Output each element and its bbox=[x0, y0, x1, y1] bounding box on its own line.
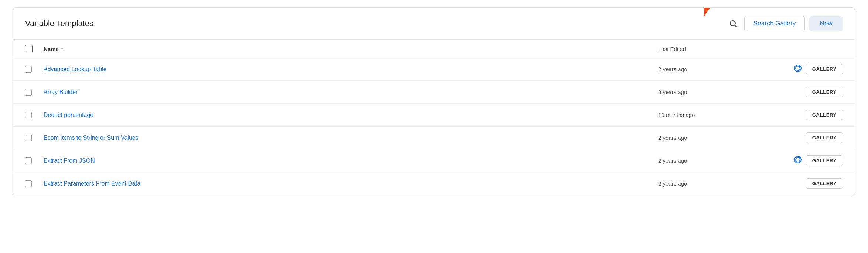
update-icon[interactable] bbox=[793, 155, 802, 166]
row-actions: GALLERY bbox=[769, 155, 843, 166]
table-row: Extract Parameters From Event Data 2 yea… bbox=[13, 172, 855, 195]
gallery-button[interactable]: GALLERY bbox=[806, 155, 843, 166]
row-actions: GALLERY bbox=[769, 87, 843, 97]
row-actions: GALLERY bbox=[769, 132, 843, 143]
row-last-edited: 3 years ago bbox=[658, 89, 769, 95]
gallery-button[interactable]: GALLERY bbox=[806, 110, 843, 120]
sort-arrow-icon: ↑ bbox=[61, 46, 64, 52]
column-last-edited-header: Last Edited bbox=[658, 46, 769, 52]
row-last-edited: 2 years ago bbox=[658, 157, 769, 164]
row-name[interactable]: Array Builder bbox=[44, 89, 658, 96]
row-checkbox[interactable] bbox=[25, 135, 32, 141]
gallery-button[interactable]: GALLERY bbox=[806, 64, 843, 74]
row-checkbox-col bbox=[25, 135, 44, 141]
row-actions: GALLERY bbox=[769, 64, 843, 74]
row-name[interactable]: Advanced Lookup Table bbox=[44, 66, 658, 73]
row-checkbox-col bbox=[25, 112, 44, 118]
table-row: Advanced Lookup Table 2 years ago GALLER… bbox=[13, 58, 855, 81]
row-checkbox-col bbox=[25, 180, 44, 187]
search-icon bbox=[729, 19, 738, 28]
row-last-edited: 2 years ago bbox=[658, 135, 769, 141]
svg-line-2 bbox=[735, 25, 737, 28]
row-name[interactable]: Extract Parameters From Event Data bbox=[44, 180, 658, 187]
search-gallery-button[interactable]: Search Gallery bbox=[744, 16, 805, 31]
main-container: Variable Templates Search Gallery New bbox=[13, 7, 855, 195]
row-checkbox-col bbox=[25, 89, 44, 96]
row-actions: GALLERY bbox=[769, 178, 843, 189]
table-body: Advanced Lookup Table 2 years ago GALLER… bbox=[13, 58, 855, 195]
update-icon[interactable] bbox=[793, 64, 802, 74]
row-checkbox-col bbox=[25, 157, 44, 164]
new-button[interactable]: New bbox=[809, 16, 843, 31]
row-checkbox[interactable] bbox=[25, 66, 32, 73]
row-checkbox[interactable] bbox=[25, 157, 32, 164]
row-last-edited: 2 years ago bbox=[658, 180, 769, 187]
select-all-checkbox[interactable] bbox=[25, 45, 33, 52]
page-title: Variable Templates bbox=[25, 19, 93, 28]
row-actions: GALLERY bbox=[769, 110, 843, 120]
row-name[interactable]: Ecom Items to String or Sum Values bbox=[44, 135, 658, 141]
table-row: Extract From JSON 2 years ago GALLERY bbox=[13, 149, 855, 172]
refresh-icon bbox=[793, 64, 802, 73]
gallery-button[interactable]: GALLERY bbox=[806, 132, 843, 143]
row-checkbox[interactable] bbox=[25, 180, 32, 187]
table-row: Ecom Items to String or Sum Values 2 yea… bbox=[13, 126, 855, 149]
row-name[interactable]: Extract From JSON bbox=[44, 157, 658, 164]
column-name-header: Name ↑ bbox=[44, 46, 658, 52]
row-checkbox-col bbox=[25, 66, 44, 73]
header-checkbox-col bbox=[25, 45, 44, 52]
row-last-edited: 10 months ago bbox=[658, 112, 769, 118]
refresh-icon bbox=[793, 155, 802, 164]
page-header: Variable Templates Search Gallery New bbox=[13, 8, 855, 40]
row-last-edited: 2 years ago bbox=[658, 66, 769, 72]
search-icon-button[interactable] bbox=[727, 17, 740, 30]
table-row: Deduct percentage 10 months ago GALLERY bbox=[13, 104, 855, 126]
gallery-button[interactable]: GALLERY bbox=[806, 87, 843, 97]
gallery-button[interactable]: GALLERY bbox=[806, 178, 843, 189]
table-row: Array Builder 3 years ago GALLERY bbox=[13, 81, 855, 104]
row-checkbox[interactable] bbox=[25, 89, 32, 96]
row-name[interactable]: Deduct percentage bbox=[44, 112, 658, 118]
row-checkbox[interactable] bbox=[25, 112, 32, 118]
header-actions: Search Gallery New bbox=[727, 16, 843, 31]
table-header: Name ↑ Last Edited bbox=[13, 40, 855, 58]
